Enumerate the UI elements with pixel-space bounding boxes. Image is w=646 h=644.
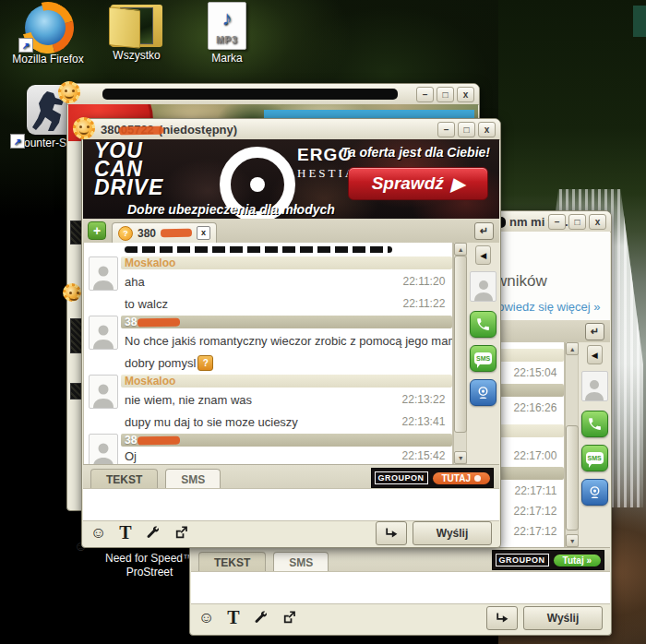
message-time: 22:16:26	[508, 401, 557, 414]
ad-cta-button[interactable]: Sprawdź ▶	[348, 167, 488, 200]
tab-tekst[interactable]: TEKST	[90, 469, 158, 489]
avatar	[89, 316, 118, 350]
groupon-ad-banner[interactable]: GROUPON Tutaj »	[492, 550, 605, 570]
close-tab-icon[interactable]: x	[197, 226, 210, 240]
maximize-button[interactable]: □	[458, 122, 475, 137]
arrow-right-icon: ▶	[451, 173, 465, 195]
send-button[interactable]: Wyślij	[523, 606, 603, 630]
add-conversation-icon[interactable]: +	[88, 221, 106, 240]
tab-tekst[interactable]: TEKST	[198, 552, 266, 572]
sms-icon[interactable]: SMS	[581, 445, 608, 471]
message-text: dobry pomysl	[125, 356, 196, 370]
chat-scrollbar[interactable]: ▲ ▼	[565, 342, 578, 547]
censored-digits	[119, 125, 163, 135]
message-text: nie wiem, nie znam was	[125, 393, 252, 407]
folder-icon	[111, 5, 162, 47]
titlebar[interactable]: 38005722 (niedostępny) – □ x	[82, 119, 500, 140]
message-sender-header: Moskaloo	[84, 374, 452, 388]
webcam-icon[interactable]	[581, 479, 608, 506]
tab-sms[interactable]: SMS	[273, 552, 329, 572]
censored-digits	[161, 229, 192, 238]
conversation-tab[interactable]: ? 380 x	[112, 222, 217, 244]
desktop-icon-label: Marka	[185, 53, 269, 65]
chat-area: Moskaloo aha 22:11:20 to walcz 22:11:22 …	[83, 243, 499, 464]
avatar	[89, 434, 118, 464]
compose-toolbar: ☺ T Wyślij	[83, 519, 499, 546]
gg-sun-status-icon	[63, 283, 81, 302]
ad-text-fragment: wników	[496, 272, 547, 291]
avatar	[89, 375, 118, 409]
gg-sun-status-icon	[58, 81, 80, 103]
share-export-icon[interactable]	[173, 525, 189, 541]
send-button[interactable]: Wyślij	[413, 521, 492, 545]
sender-name: 38	[125, 434, 137, 447]
send-on-enter-icon[interactable]	[376, 521, 407, 545]
scroll-up-icon[interactable]: ▲	[454, 243, 467, 256]
contact-avatar	[581, 371, 608, 401]
scrollbar-thumb[interactable]	[454, 256, 467, 433]
share-export-icon[interactable]	[281, 610, 297, 626]
mp3-badge: MP3	[209, 35, 245, 45]
message-time: 22:15:04	[508, 366, 557, 379]
desktop-icon-firefox[interactable]: ↗ Mozilla Firefox	[6, 5, 90, 66]
wrench-settings-icon[interactable]	[145, 525, 161, 541]
message-row: dupy mu daj to sie moze ucieszy 22:13:41	[84, 411, 452, 433]
message-list: Moskaloo aha 22:11:20 to walcz 22:11:22 …	[83, 243, 453, 464]
minimize-button[interactable]: –	[548, 214, 566, 230]
message-time: 22:17:12	[508, 505, 557, 518]
groupon-ad-banner[interactable]: GROUPON TUTAJ	[371, 468, 495, 488]
censored-digits	[138, 435, 180, 445]
ad-banner-youcandrive[interactable]: YOU CAN DRIVE ERGO HESTIA Ta oferta jest…	[83, 139, 499, 219]
conversation-tab-label: 380	[138, 227, 156, 240]
scroll-down-icon[interactable]: ▼	[454, 451, 467, 464]
message-row: aha 22:11:20	[84, 270, 452, 292]
maximize-button[interactable]: □	[568, 214, 586, 230]
minimize-button[interactable]: –	[416, 87, 434, 102]
sender-name: Moskaloo	[125, 375, 175, 388]
maximize-button[interactable]: □	[437, 87, 454, 102]
groupon-cta-button[interactable]: TUTAJ	[433, 472, 490, 484]
emoticon-picker-icon[interactable]: ☺	[90, 524, 106, 543]
contact-avatar	[470, 271, 496, 302]
webcam-icon[interactable]	[470, 379, 496, 406]
sms-icon[interactable]: SMS	[470, 345, 496, 372]
scroll-down-icon[interactable]: ▼	[566, 534, 579, 547]
message-row: dobry pomysl ?	[84, 352, 452, 374]
format-text-icon[interactable]: T	[119, 522, 131, 543]
call-icon[interactable]	[470, 311, 496, 338]
close-button[interactable]: x	[478, 122, 496, 137]
ad-more-link[interactable]: dowiedz się więcej »	[491, 300, 601, 314]
undock-icon[interactable]: ↵	[474, 222, 494, 240]
groupon-logo: GROUPON	[496, 554, 549, 566]
desktop-icon-label: Mozilla Firefox	[6, 54, 90, 66]
wrench-settings-icon[interactable]	[253, 610, 269, 626]
collapse-panel-icon[interactable]: ◀	[587, 345, 603, 364]
format-text-icon[interactable]: T	[227, 607, 239, 628]
chat-scrollbar[interactable]: ▲ ▼	[453, 243, 466, 464]
sms-icon-label: SMS	[588, 455, 602, 461]
desktop-icon-marka[interactable]: ♪ MP3 Marka	[185, 2, 269, 65]
undock-icon[interactable]: ↵	[585, 323, 604, 340]
close-button[interactable]: x	[457, 87, 474, 102]
call-icon[interactable]	[581, 411, 608, 437]
minimize-button[interactable]: –	[437, 122, 455, 137]
collapse-panel-icon[interactable]: ◀	[475, 245, 491, 265]
emoticon-picker-icon[interactable]: ☺	[198, 609, 214, 627]
gg-sun-status-icon	[73, 117, 95, 139]
message-input[interactable]	[83, 488, 499, 521]
sender-name: Moskaloo	[125, 256, 175, 269]
message-input[interactable]	[191, 571, 610, 604]
scroll-up-icon[interactable]: ▲	[566, 342, 579, 355]
groupon-cta-button[interactable]: Tutaj »	[554, 555, 601, 566]
tab-sms[interactable]: SMS	[165, 469, 221, 489]
desktop-icon-wszystko[interactable]: Wszystko	[94, 5, 179, 62]
conversation-tab-bar: + ? 380 x ↵	[83, 219, 499, 244]
message-sender-header: Moskaloo	[84, 256, 452, 270]
message-sender-header: 38	[84, 433, 452, 447]
scrollbar-thumb[interactable]	[566, 425, 579, 531]
censored-title	[102, 89, 398, 100]
titlebar[interactable]: – □ x	[67, 84, 479, 105]
message-time: 22:17:00	[508, 449, 557, 462]
close-button[interactable]: x	[589, 214, 606, 230]
send-on-enter-icon[interactable]	[486, 606, 518, 630]
